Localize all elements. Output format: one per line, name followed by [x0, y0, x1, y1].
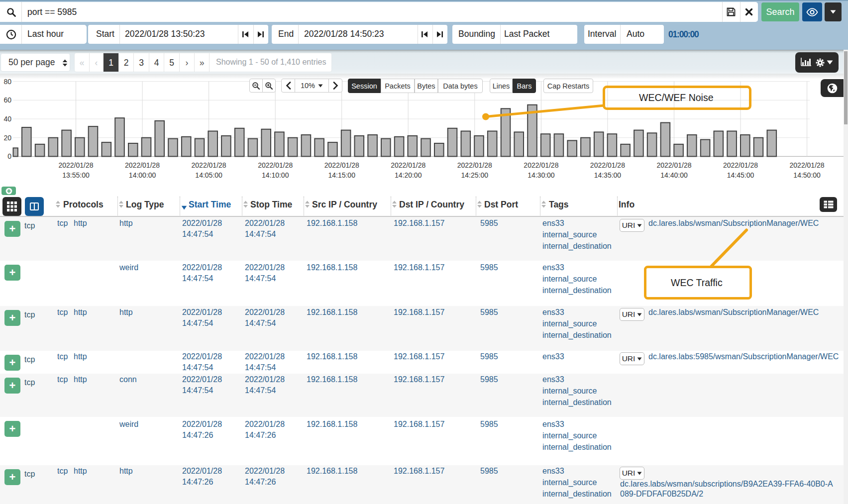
svg-text:20: 20 — [3, 134, 11, 142]
svg-text:2022/01/28: 2022/01/28 — [656, 161, 691, 169]
svg-text:2022/01/28: 2022/01/28 — [258, 161, 293, 169]
svg-text:14:00:00: 14:00:00 — [129, 171, 156, 179]
svg-text:14:10:00: 14:10:00 — [262, 171, 289, 179]
svg-text:14:20:00: 14:20:00 — [395, 171, 422, 179]
svg-text:14:30:00: 14:30:00 — [528, 171, 555, 179]
svg-text:14:25:00: 14:25:00 — [461, 171, 489, 179]
svg-text:13:55:00: 13:55:00 — [62, 171, 90, 179]
svg-text:60: 60 — [3, 96, 11, 104]
svg-text:2022/01/28: 2022/01/28 — [590, 161, 625, 169]
svg-text:2022/01/28: 2022/01/28 — [723, 161, 758, 169]
svg-text:2022/01/28: 2022/01/28 — [324, 161, 359, 169]
svg-text:2022/01/28: 2022/01/28 — [790, 161, 825, 169]
svg-text:14:40:00: 14:40:00 — [660, 171, 688, 179]
svg-text:40: 40 — [3, 115, 11, 123]
svg-text:2022/01/28: 2022/01/28 — [391, 161, 425, 169]
svg-text:14:50:00: 14:50:00 — [793, 171, 821, 179]
svg-text:2022/01/28: 2022/01/28 — [192, 161, 226, 169]
svg-text:2022/01/28: 2022/01/28 — [524, 161, 558, 169]
svg-text:0: 0 — [7, 152, 11, 160]
svg-text:14:45:00: 14:45:00 — [727, 171, 754, 179]
svg-text:80: 80 — [3, 78, 11, 86]
svg-text:14:35:00: 14:35:00 — [594, 171, 622, 179]
svg-text:14:05:00: 14:05:00 — [195, 171, 222, 179]
svg-text:14:15:00: 14:15:00 — [328, 171, 355, 179]
svg-text:2022/01/28: 2022/01/28 — [457, 161, 492, 169]
svg-text:2022/01/28: 2022/01/28 — [58, 161, 93, 169]
svg-text:2022/01/28: 2022/01/28 — [125, 161, 160, 169]
